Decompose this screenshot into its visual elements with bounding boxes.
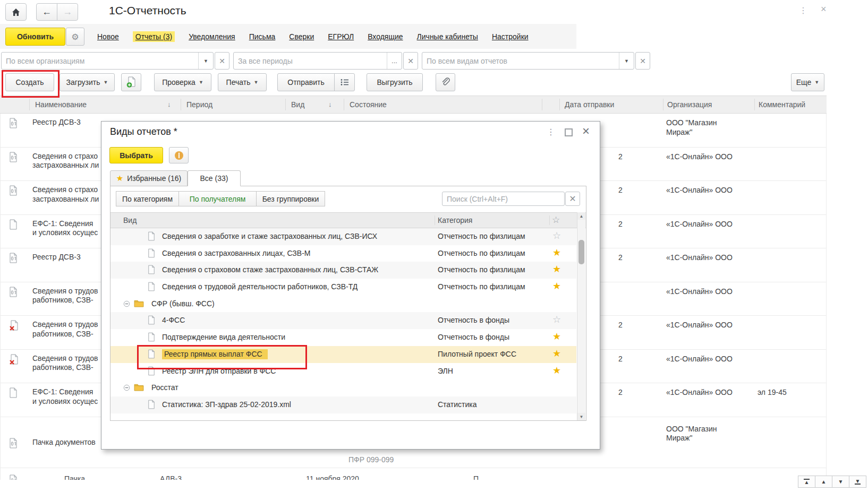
select-button[interactable]: Выбрать: [109, 147, 163, 163]
load-button[interactable]: Загрузить▼: [59, 73, 115, 91]
load-from-file-button[interactable]: [121, 73, 141, 91]
group-row[interactable]: Росстат: [110, 379, 576, 396]
scroll-down-button[interactable]: ▼: [832, 476, 849, 488]
favorite-star[interactable]: ★: [552, 280, 561, 292]
nav-link-letters[interactable]: Письма: [249, 32, 276, 41]
group-by-recipient-button[interactable]: По получателям: [178, 191, 257, 206]
list-item[interactable]: 4-ФСС Отчетность в фонды ☆: [110, 312, 576, 329]
attachment-button[interactable]: [436, 73, 455, 91]
window-menu-icon[interactable]: ⋮: [799, 5, 807, 15]
batch-icon: [9, 118, 18, 128]
organization-filter-input[interactable]: [2, 53, 198, 69]
period-filter-input[interactable]: [234, 53, 387, 69]
chevron-down-icon[interactable]: ▼: [198, 53, 213, 69]
nav-link-notifications[interactable]: Уведомления: [189, 32, 235, 41]
send-button[interactable]: Отправить: [277, 73, 335, 91]
col-name[interactable]: Наименование: [35, 100, 87, 109]
star-column-icon[interactable]: ☆: [552, 214, 560, 226]
table-row-clipped[interactable]: Пачка АДВ-3 11 ноября 2020 П: [1, 468, 826, 480]
group-by-category-button[interactable]: По категориям: [116, 191, 179, 206]
list-item-selected[interactable]: Реестр прямых выплат ФСС Пилотный проект…: [110, 346, 576, 363]
send-options-button[interactable]: [334, 73, 355, 91]
check-button[interactable]: Проверка▼: [154, 73, 211, 91]
report-type-filter[interactable]: ▼: [422, 52, 634, 70]
col-vid[interactable]: Вид: [291, 100, 304, 109]
batch-icon: [9, 253, 18, 263]
tab-favorites[interactable]: ★ Избранные (16): [110, 170, 188, 186]
sort-desc-icon[interactable]: ↓: [167, 100, 171, 108]
dialog-scrollbar[interactable]: ▲ ▼: [577, 212, 585, 420]
scroll-to-top-button[interactable]: ▲: [798, 476, 815, 488]
scrollbar-up-icon[interactable]: ▲: [577, 212, 585, 220]
scrollbar-down-icon[interactable]: ▼: [577, 413, 585, 420]
check-label: Проверка: [162, 78, 195, 87]
favorite-star[interactable]: ☆: [552, 230, 561, 241]
col-vid[interactable]: Вид: [123, 216, 137, 225]
col-comment[interactable]: Комментарий: [759, 100, 805, 109]
chevron-down-icon[interactable]: ▼: [619, 53, 634, 69]
report-type-filter-clear-button[interactable]: ✕: [635, 52, 650, 70]
period-filter[interactable]: ...: [233, 52, 402, 70]
period-more-button[interactable]: ...: [387, 53, 402, 69]
nav-link-egrul[interactable]: ЕГРЮЛ: [328, 32, 354, 41]
col-org[interactable]: Организация: [667, 100, 712, 109]
group-row[interactable]: СФР (бывш. ФСС): [110, 296, 576, 313]
folder-icon: [134, 383, 144, 393]
info-button[interactable]: [169, 147, 189, 163]
nav-strip: Обновить ⚙ Новое Отчеты (3) Уведомления …: [0, 24, 576, 49]
forward-button[interactable]: →: [57, 3, 78, 21]
collapse-icon[interactable]: [123, 300, 130, 309]
print-button[interactable]: Печать▼: [218, 73, 267, 91]
favorite-star[interactable]: ★: [552, 365, 561, 376]
scrollbar-thumb[interactable]: [578, 240, 584, 264]
favorite-star[interactable]: ★: [552, 247, 561, 258]
sort-desc-icon[interactable]: ↓: [328, 100, 332, 108]
window-close-icon[interactable]: ×: [821, 4, 827, 15]
nav-link-reconciliation[interactable]: Сверки: [289, 32, 314, 41]
tab-all[interactable]: Все (33): [188, 170, 241, 186]
nav-link-cabinets[interactable]: Личные кабинеты: [417, 32, 478, 41]
settings-gear-button[interactable]: ⚙: [66, 28, 84, 46]
document-icon: [9, 219, 18, 230]
list-item[interactable]: Реестр ЭЛН для отправки в ФСС ЭЛН ★: [110, 363, 576, 380]
list-item[interactable]: Сведения о заработке и стаже застрахован…: [110, 228, 576, 245]
create-button[interactable]: Создать: [5, 73, 54, 91]
search-clear-button[interactable]: ✕: [565, 192, 580, 206]
unload-button[interactable]: Выгрузить: [367, 73, 423, 91]
favorite-star[interactable]: ★: [552, 348, 561, 359]
list-item[interactable]: Подтверждение вида деятельности Отчетнос…: [110, 329, 576, 346]
organization-filter[interactable]: ▼: [1, 52, 214, 70]
dialog-close-icon[interactable]: ×: [582, 124, 590, 139]
list-item[interactable]: Сведения о страховом стаже застрахованны…: [110, 262, 576, 279]
scroll-to-bottom-button[interactable]: ▼: [849, 476, 866, 488]
back-button[interactable]: ←: [36, 3, 57, 21]
organization-filter-clear-button[interactable]: ✕: [215, 52, 229, 70]
col-state[interactable]: Состояние: [350, 100, 387, 109]
nav-link-reports[interactable]: Отчеты (3): [133, 31, 175, 42]
home-button[interactable]: [5, 3, 27, 21]
nav-link-inbox[interactable]: Входящие: [368, 32, 403, 41]
no-grouping-button[interactable]: Без группировки: [256, 191, 325, 206]
dialog-menu-icon[interactable]: ⋮: [547, 127, 555, 137]
refresh-button[interactable]: Обновить: [5, 28, 65, 46]
col-category[interactable]: Категория: [438, 216, 472, 225]
list-item[interactable]: Статистика: ЗП-здрав 25-02-2019.xml Стат…: [110, 396, 576, 413]
list-item[interactable]: Сведения о застрахованных лицах, СЗВ-М О…: [110, 245, 576, 262]
report-type-filter-input[interactable]: [422, 53, 619, 69]
search-input[interactable]: [442, 192, 564, 205]
unload-label: Выгрузить: [377, 78, 412, 87]
dialog-maximize-icon[interactable]: [565, 128, 573, 139]
favorite-star[interactable]: ★: [552, 331, 561, 342]
favorite-star[interactable]: ☆: [552, 314, 561, 325]
favorite-star[interactable]: ★: [552, 263, 561, 275]
nav-link-settings[interactable]: Настройки: [492, 32, 529, 41]
period-filter-clear-button[interactable]: ✕: [403, 52, 418, 70]
scroll-up-button[interactable]: ▲: [815, 476, 832, 488]
search-field[interactable]: [442, 192, 565, 206]
more-button[interactable]: Еще▼: [791, 73, 824, 91]
collapse-icon[interactable]: [123, 384, 130, 393]
nav-link-new[interactable]: Новое: [97, 32, 119, 41]
col-period[interactable]: Период: [186, 100, 212, 109]
col-sent-date[interactable]: Дата отправки: [565, 100, 614, 109]
list-item[interactable]: Сведения о трудовой деятельности работни…: [110, 279, 576, 296]
